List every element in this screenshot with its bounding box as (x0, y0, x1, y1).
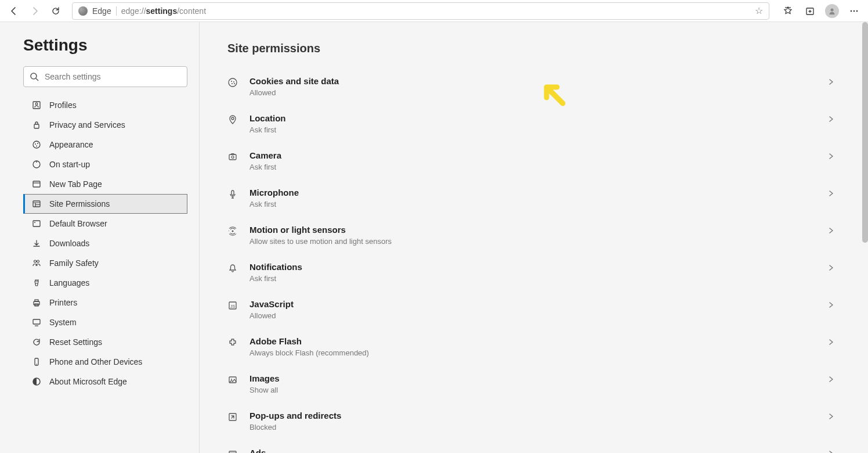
favorites-icon[interactable] (779, 2, 797, 20)
sidebar-item-profiles[interactable]: Profiles (23, 95, 187, 115)
permission-subtitle: Ask first (249, 200, 816, 208)
permission-body: Ads (249, 448, 816, 453)
sidebar-item-default-browser[interactable]: Default Browser (23, 214, 187, 233)
sidebar-item-appearance[interactable]: Appearance (23, 135, 187, 154)
nav-label: Appearance (49, 140, 93, 149)
sidebar-item-reset-settings[interactable]: Reset Settings (23, 332, 187, 352)
svg-point-12 (36, 146, 37, 147)
address-bar[interactable]: Edge edge://settings/content ☆ (72, 2, 769, 20)
permission-title: Cookies and site data (249, 76, 816, 86)
permission-microphone[interactable]: MicrophoneAsk first (227, 179, 840, 217)
permission-motion-or-light-sensors[interactable]: Motion or light sensorsAllow sites to us… (227, 217, 840, 254)
permission-subtitle: Allow sites to use motion and light sens… (249, 237, 816, 246)
permission-title: Location (249, 113, 816, 123)
svg-point-25 (36, 364, 37, 364)
svg-point-30 (232, 83, 233, 84)
addr-separator (116, 6, 117, 16)
nav-icon (32, 120, 41, 130)
svg-point-32 (232, 117, 234, 120)
permission-camera[interactable]: CameraAsk first (227, 142, 840, 179)
svg-point-41 (231, 379, 232, 380)
permission-javascript[interactable]: JSJavaScriptAllowed (227, 291, 840, 328)
svg-point-2 (851, 10, 852, 12)
permission-body: Pop-ups and redirectsBlocked (249, 411, 816, 432)
more-menu-icon[interactable] (845, 2, 863, 20)
chevron-right-icon (827, 301, 834, 308)
svg-rect-36 (232, 190, 234, 195)
nav-label: On start-up (49, 160, 90, 169)
scrollbar[interactable] (862, 22, 868, 243)
nav-label: Downloads (49, 239, 89, 248)
svg-rect-21 (35, 300, 38, 301)
sidebar-item-phone-and-other-devices[interactable]: Phone and Other Devices (23, 352, 187, 372)
nav-icon (32, 298, 41, 307)
nav-label: System (49, 318, 77, 327)
nav-icon (32, 100, 41, 110)
sidebar-item-about-microsoft-edge[interactable]: About Microsoft Edge (23, 372, 187, 391)
nav-label: Privacy and Services (49, 120, 125, 130)
sidebar-item-site-permissions[interactable]: Site Permissions (23, 194, 187, 214)
nav-list: ProfilesPrivacy and ServicesAppearanceOn… (23, 95, 187, 391)
permission-cookies-and-site-data[interactable]: Cookies and site dataAllowed (227, 68, 840, 105)
permission-images[interactable]: ImagesShow all (227, 365, 840, 402)
svg-point-9 (33, 141, 40, 148)
favorite-star-icon[interactable]: ☆ (755, 5, 763, 16)
back-button[interactable] (5, 2, 23, 20)
permission-title: Microphone (249, 188, 816, 197)
nav-icon (32, 278, 41, 287)
sidebar-item-on-start-up[interactable]: On start-up (23, 154, 187, 174)
permission-subtitle: Always block Flash (recommended) (249, 348, 816, 357)
permission-icon (227, 375, 238, 385)
chevron-right-icon (827, 78, 834, 85)
permission-body: Cookies and site dataAllowed (249, 76, 816, 97)
permission-pop-ups-and-redirects[interactable]: Pop-ups and redirectsBlocked (227, 402, 840, 440)
nav-icon (32, 377, 41, 386)
permission-subtitle: Ask first (249, 125, 816, 134)
chevron-right-icon (827, 339, 834, 346)
svg-point-10 (35, 143, 36, 145)
svg-rect-14 (33, 181, 40, 187)
svg-point-28 (231, 81, 232, 82)
sidebar-item-downloads[interactable]: Downloads (23, 233, 187, 253)
permission-ads[interactable]: Ads (227, 440, 840, 453)
nav-icon (32, 199, 41, 208)
browser-toolbar: Edge edge://settings/content ☆ (0, 0, 868, 22)
nav-icon (32, 179, 41, 189)
nav-label: Phone and Other Devices (49, 357, 142, 366)
permission-body: ImagesShow all (249, 373, 816, 394)
chevron-right-icon (827, 264, 834, 271)
search-icon (30, 72, 39, 81)
nav-icon (32, 140, 41, 149)
edge-icon (78, 6, 88, 16)
search-settings-box[interactable] (23, 66, 187, 87)
nav-label: New Tab Page (49, 179, 102, 189)
nav-label: Site Permissions (49, 199, 110, 208)
sidebar-item-system[interactable]: System (23, 312, 187, 332)
refresh-button[interactable] (46, 2, 65, 20)
permission-subtitle: Blocked (249, 423, 816, 432)
permission-notifications[interactable]: NotificationsAsk first (227, 254, 840, 291)
sidebar-item-languages[interactable]: Languages (23, 273, 187, 293)
search-input[interactable] (45, 72, 181, 81)
sidebar-item-privacy-and-services[interactable]: Privacy and Services (23, 115, 187, 135)
sidebar-item-family-safety[interactable]: Family Safety (23, 253, 187, 273)
page-heading: Site permissions (227, 42, 840, 55)
nav-icon (32, 239, 41, 248)
permission-body: Motion or light sensorsAllow sites to us… (249, 225, 816, 246)
chevron-right-icon (827, 413, 834, 420)
collections-icon[interactable] (801, 2, 819, 20)
permission-adobe-flash[interactable]: Adobe FlashAlways block Flash (recommend… (227, 328, 840, 365)
sidebar-item-printers[interactable]: Printers (23, 293, 187, 312)
permissions-list: Cookies and site dataAllowedLocationAsk … (227, 68, 840, 453)
svg-point-34 (232, 156, 234, 159)
permission-location[interactable]: LocationAsk first (227, 105, 840, 142)
permission-body: Adobe FlashAlways block Flash (recommend… (249, 336, 816, 357)
nav-label: Family Safety (49, 258, 99, 268)
toolbar-right-icons (779, 2, 863, 20)
nav-icon (32, 318, 41, 327)
permission-title: Notifications (249, 262, 816, 272)
nav-label: Reset Settings (49, 337, 102, 347)
sidebar-item-new-tab-page[interactable]: New Tab Page (23, 174, 187, 194)
profile-avatar[interactable] (823, 2, 841, 20)
forward-button[interactable] (26, 2, 44, 20)
